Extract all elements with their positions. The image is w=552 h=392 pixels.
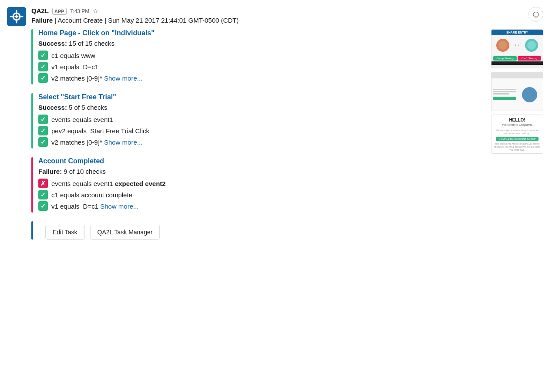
check-text: v1 equals D=c1 bbox=[51, 63, 98, 71]
thumb-label-1: Group Sharing bbox=[493, 56, 517, 61]
show-more-link-2[interactable]: Show more... bbox=[104, 139, 142, 146]
check-icon-green: ✓ bbox=[38, 190, 48, 199]
thumb-3-desc: We are so glad you are starting your jou… bbox=[494, 129, 540, 135]
message-body: QA2L APP 7:43 PM ☆ Failure | Account Cre… bbox=[31, 7, 543, 240]
section-content-1: Home Page - Click on "Individuals" Succe… bbox=[38, 29, 484, 84]
show-more-link-3[interactable]: Show more... bbox=[100, 203, 138, 210]
check-text: v1 equals D=c1 Show more... bbox=[51, 203, 139, 210]
check-item: ✓ v2 matches [0-9]* Show more... bbox=[38, 137, 484, 147]
thumbnails: SHARE ENTRY ⟷ Group Sharing Can't Sharin… bbox=[491, 29, 543, 240]
section-title-3: Account Completed bbox=[38, 157, 484, 165]
thumb-2-right bbox=[518, 87, 541, 102]
thumb-2-btn bbox=[493, 97, 516, 100]
thumb-3-hello: HELLO! bbox=[509, 118, 525, 122]
check-text: events equals event1 expected event2 bbox=[51, 180, 166, 187]
section-content-2: Select "Start Free Trial" Success: 5 of … bbox=[38, 93, 484, 149]
app-name: QA2L bbox=[31, 7, 49, 14]
check-text: v2 matches [0-9]* Show more... bbox=[51, 139, 142, 146]
thumb-1-footer bbox=[491, 61, 543, 65]
section-status-3: Failure: 9 of 10 checks bbox=[38, 168, 484, 175]
thumb-1-header: SHARE ENTRY bbox=[491, 30, 543, 35]
check-icon-red: ✗ bbox=[38, 179, 48, 188]
svg-point-6 bbox=[15, 15, 18, 18]
section-content-3: Account Completed Failure: 9 of 10 check… bbox=[38, 157, 484, 213]
section-border-green-2 bbox=[31, 93, 33, 149]
check-item: ✗ events equals event1 expected event2 bbox=[38, 179, 484, 188]
thumb-label-2: Can't Sharing bbox=[518, 56, 541, 61]
check-item: ✓ v2 matches [0-9]* Show more... bbox=[38, 73, 484, 83]
emoji-button[interactable]: ☺ bbox=[528, 7, 543, 22]
check-text: events equals event1 bbox=[51, 116, 113, 123]
check-item: ✓ c1 equals account complete bbox=[38, 190, 484, 199]
check-item: ✓ v1 equals D=c1 bbox=[38, 62, 484, 71]
thumb-divider: ⟷ bbox=[515, 44, 519, 47]
sections: Home Page - Click on "Individuals" Succe… bbox=[31, 29, 484, 240]
section-status-2: Success: 5 of 5 checks bbox=[38, 104, 484, 111]
thumb-1-body: ⟷ bbox=[491, 35, 543, 55]
app-avatar bbox=[7, 7, 26, 26]
app-badge: APP bbox=[52, 8, 67, 15]
section-title-1: Home Page - Click on "Individuals" bbox=[38, 29, 484, 37]
show-more-link-1[interactable]: Show more... bbox=[104, 74, 142, 82]
section-home-page: Home Page - Click on "Individuals" Succe… bbox=[31, 29, 484, 84]
check-item: ✓ v1 equals D=c1 Show more... bbox=[38, 201, 484, 211]
check-text: pev2 equals Start Free Trial Click bbox=[51, 127, 149, 135]
thumb-person-2 bbox=[525, 39, 538, 52]
failure-header: Failure | Account Create | Sun May 21 20… bbox=[31, 17, 543, 24]
qa2l-task-manager-button[interactable]: QA2L Task Manager bbox=[90, 225, 160, 240]
thumb-2-line bbox=[493, 89, 516, 90]
section-title-2: Select "Start Free Trial" bbox=[38, 93, 484, 101]
bottom-section: Edit Task QA2L Task Manager bbox=[31, 221, 484, 240]
bottom-border bbox=[31, 221, 33, 240]
thumb-person-1 bbox=[496, 39, 509, 52]
check-icon-green: ✓ bbox=[38, 126, 48, 135]
thumbnail-share-entry: SHARE ENTRY ⟷ Group Sharing Can't Sharin… bbox=[491, 29, 543, 68]
thumb-2-top-bar bbox=[491, 72, 543, 78]
timestamp: 7:43 PM bbox=[70, 8, 90, 14]
check-icon-green: ✓ bbox=[38, 115, 48, 124]
thumb-2-left bbox=[493, 89, 516, 100]
check-text: c1 equals www bbox=[51, 52, 95, 59]
section-account-completed: Account Completed Failure: 9 of 10 check… bbox=[31, 157, 484, 213]
section-free-trial: Select "Start Free Trial" Success: 5 of … bbox=[31, 93, 484, 149]
section-status-1: Success: 15 of 15 checks bbox=[38, 40, 484, 47]
check-item: ✓ pev2 equals Start Free Trial Click bbox=[38, 126, 484, 135]
thumb-2-line bbox=[493, 91, 516, 92]
thumb-3-text: Your account rep will be contacting you … bbox=[494, 142, 540, 152]
check-icon-green: ✓ bbox=[38, 51, 48, 60]
thumb-2-body bbox=[491, 78, 543, 111]
message-header: QA2L APP 7:43 PM ☆ bbox=[31, 7, 543, 15]
star-icon[interactable]: ☆ bbox=[93, 7, 98, 14]
action-buttons: Edit Task QA2L Task Manager bbox=[38, 225, 160, 240]
check-item: ✓ events equals event1 bbox=[38, 115, 484, 124]
thumb-1-labels: Group Sharing Can't Sharing bbox=[491, 55, 543, 61]
thumb-2-circle bbox=[522, 87, 537, 102]
check-icon-green: ✓ bbox=[38, 201, 48, 211]
check-icon-green: ✓ bbox=[38, 137, 48, 147]
check-icon-green: ✓ bbox=[38, 73, 48, 83]
thumbnail-free-trial bbox=[491, 72, 543, 111]
thumb-2-line bbox=[493, 93, 509, 95]
thumb-3-btn: COMPLETE ACCOUNT SETUP bbox=[496, 137, 539, 141]
section-border-red bbox=[31, 157, 33, 213]
edit-task-button[interactable]: Edit Task bbox=[45, 225, 85, 240]
thumb-3-welcome: Welcome to Chaparral bbox=[502, 123, 532, 126]
thumbnail-hello: HELLO! Welcome to Chaparral We are so gl… bbox=[491, 115, 543, 154]
check-icon-green: ✓ bbox=[38, 62, 48, 71]
check-text: c1 equals account complete bbox=[51, 191, 132, 199]
check-text: v2 matches [0-9]* Show more... bbox=[51, 74, 142, 82]
section-border-green-1 bbox=[31, 29, 33, 84]
content-area: Home Page - Click on "Individuals" Succe… bbox=[31, 29, 543, 240]
check-item: ✓ c1 equals www bbox=[38, 51, 484, 60]
